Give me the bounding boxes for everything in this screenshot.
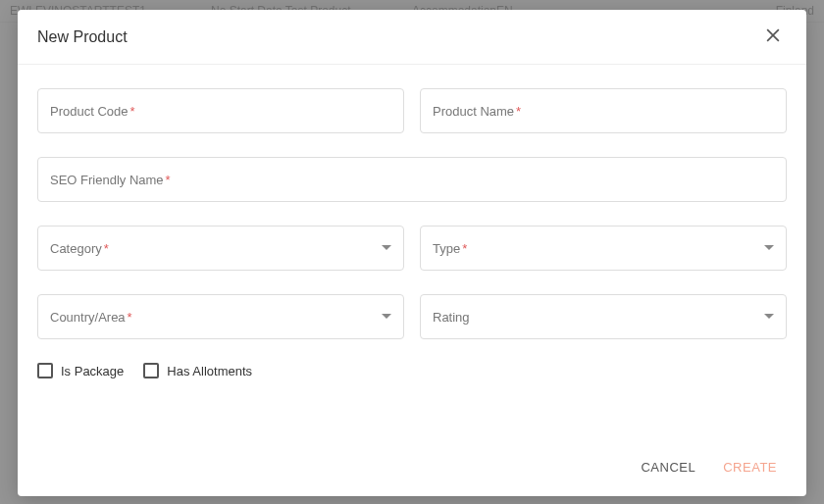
country-area-select[interactable]: Country/Area* xyxy=(37,294,404,339)
close-icon xyxy=(763,25,783,48)
checkbox-icon xyxy=(143,363,159,378)
chevron-down-icon xyxy=(382,314,391,320)
field-label: Country/Area* xyxy=(50,310,132,325)
field-label: Rating xyxy=(433,310,470,325)
product-code-field[interactable]: Product Code* xyxy=(37,88,404,133)
chevron-down-icon xyxy=(764,314,774,320)
modal-body: Product Code* Product Name* SEO Friendly… xyxy=(18,65,806,442)
checkbox-label: Is Package xyxy=(61,364,124,378)
chevron-down-icon xyxy=(764,245,774,251)
field-label: Product Name* xyxy=(433,104,521,119)
modal-footer: CANCEL CREATE xyxy=(18,442,806,496)
checkbox-label: Has Allotments xyxy=(167,364,252,378)
chevron-down-icon xyxy=(382,245,391,251)
product-name-field[interactable]: Product Name* xyxy=(420,88,787,133)
checkbox-icon xyxy=(37,363,53,378)
seo-friendly-name-field[interactable]: SEO Friendly Name* xyxy=(37,157,787,202)
has-allotments-checkbox[interactable]: Has Allotments xyxy=(143,363,252,378)
type-select[interactable]: Type* xyxy=(420,226,787,271)
new-product-modal: New Product Product Code* Product Name* xyxy=(18,10,806,496)
cancel-button[interactable]: CANCEL xyxy=(641,460,695,475)
modal-title: New Product xyxy=(37,28,128,46)
rating-select[interactable]: Rating xyxy=(420,294,787,339)
create-button[interactable]: CREATE xyxy=(723,460,777,475)
field-label: Type* xyxy=(433,241,467,256)
is-package-checkbox[interactable]: Is Package xyxy=(37,363,124,378)
field-label: SEO Friendly Name* xyxy=(50,173,171,187)
modal-header: New Product xyxy=(18,10,806,65)
field-label: Product Code* xyxy=(50,104,135,119)
field-label: Category* xyxy=(50,241,109,256)
close-button[interactable] xyxy=(759,22,787,52)
category-select[interactable]: Category* xyxy=(37,226,404,271)
